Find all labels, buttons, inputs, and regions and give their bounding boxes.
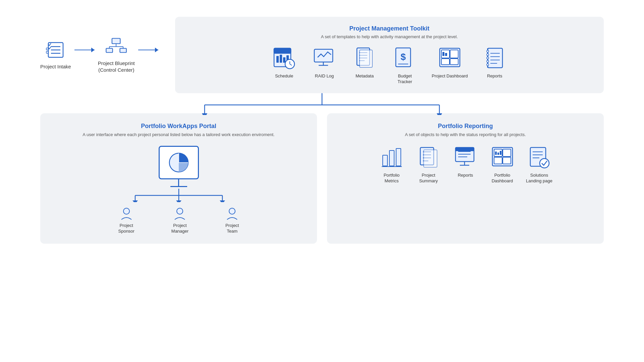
svg-rect-86 [455,147,474,151]
raid-log-icon-item: RAID Log [311,47,338,79]
svg-rect-91 [503,149,511,157]
reports-toolkit-label: Reports [487,73,502,79]
metadata-icon [353,47,376,70]
workapps-title: Portfolio WorkApps Portal [141,123,216,130]
connector-svg [121,93,523,115]
project-summary-icon-item: Project Summary [415,146,442,184]
raid-log-label: RAID Log [315,73,334,79]
project-team-icon [225,207,239,220]
flow-arrow-1 [74,46,95,54]
svg-marker-66 [132,200,138,202]
svg-rect-73 [389,150,394,166]
pie-chart-icon [167,151,191,174]
project-manager-label: ProjectManager [171,223,189,234]
svg-marker-57 [437,113,442,115]
svg-rect-8 [120,49,126,53]
svg-rect-16 [280,55,282,63]
project-dashboard-label: Project Dashboard [432,73,468,79]
reporting-icons: Portfolio Metrics Project Summary [378,146,553,184]
reports-toolkit-icon-item: Reports [481,47,508,79]
project-sponsor-label: ProjectSponsor [118,223,135,234]
svg-point-70 [177,208,183,214]
svg-rect-14 [274,48,291,53]
workapps-portal-box: Portfolio WorkApps Portal A user interfa… [40,113,317,244]
project-sponsor-icon [120,207,133,220]
svg-rect-81 [424,150,437,167]
project-intake-icon [46,40,66,60]
project-team-label: ProjectTeam [225,223,239,234]
svg-rect-41 [488,48,502,68]
project-sponsor-item: ProjectSponsor [118,207,135,234]
svg-rect-74 [396,148,401,166]
svg-rect-95 [497,153,499,155]
schedule-icon [272,47,296,70]
connector-row [20,93,624,113]
reports-toolkit-icon [483,47,506,70]
project-dashboard-icon [438,47,462,70]
portfolio-metrics-label: Portfolio Metrics [384,173,400,184]
svg-rect-40 [445,53,447,56]
svg-rect-92 [494,157,502,164]
svg-rect-96 [500,151,501,155]
svg-rect-93 [503,157,511,164]
budget-tracker-icon-item: $ Budget Tracker [391,47,418,85]
toolkit-title: Project Management Toolkit [350,25,430,32]
left-flow: Project Intake Project Blueprint (Contro… [40,37,162,73]
workapps-connectors [115,189,243,202]
svg-text:$: $ [400,52,406,62]
svg-rect-7 [106,49,112,53]
workapps-subtitle: A user interface where each project pers… [83,132,274,138]
svg-rect-15 [276,56,279,63]
project-blueprint-icon [105,37,128,57]
project-blueprint-item: Project Blueprint (Control Center) [98,37,135,73]
budget-tracker-label: Budget Tracker [397,73,412,85]
solutions-landing-icon-item: Solutions Landing page [526,146,553,184]
project-intake-item: Project Intake [40,40,71,70]
schedule-label: Schedule [275,73,293,79]
metadata-label: Metadata [356,73,374,79]
svg-point-43 [487,50,489,52]
toolkit-box: Project Management Toolkit A set of temp… [175,17,604,93]
svg-rect-94 [495,152,497,155]
svg-point-47 [487,64,489,66]
svg-point-69 [123,208,129,214]
toolkit-icons: Schedule RAID Log [271,47,508,85]
metadata-icon-item: Metadata [351,47,378,79]
reports-reporting-icon [454,146,477,169]
svg-rect-22 [314,49,333,62]
portfolio-dashboard-label: Portfolio Dashboard [492,173,513,184]
portfolio-metrics-icon [380,146,404,169]
svg-point-46 [487,60,489,62]
project-summary-icon [417,146,440,169]
solutions-landing-label: Solutions Landing page [526,173,552,184]
svg-point-101 [540,159,549,168]
project-blueprint-label: Project Blueprint (Control Center) [98,60,135,73]
monitor-base [170,186,187,187]
svg-rect-38 [450,59,458,65]
reports-reporting-icon-item: Reports [452,146,479,178]
svg-rect-39 [442,52,444,56]
svg-marker-56 [202,113,207,115]
svg-rect-17 [283,57,285,63]
raid-log-icon [313,47,336,70]
workapps-monitor [159,146,199,179]
workapps-diagram: ProjectSponsor ProjectManager [50,146,307,234]
portfolio-reporting-title: Portfolio Reporting [438,123,493,130]
budget-tracker-icon: $ [393,47,417,70]
svg-point-45 [487,57,489,59]
project-manager-item: ProjectManager [171,207,189,234]
toolkit-subtitle: A set of templates to help with activity… [321,34,458,39]
portfolio-metrics-icon-item: Portfolio Metrics [378,146,405,184]
portfolio-reporting-subtitle: A set of objects to help with the status… [405,132,526,138]
svg-rect-37 [441,59,449,65]
monitor-stand [178,179,179,186]
project-summary-label: Project Summary [419,173,438,184]
bottom-row: Portfolio WorkApps Portal A user interfa… [20,113,624,244]
diagram-container: Project Intake Project Blueprint (Contro… [20,17,624,345]
svg-rect-30 [360,50,372,67]
svg-rect-6 [112,39,120,44]
svg-point-44 [487,54,489,56]
svg-marker-67 [176,200,181,202]
project-team-item: ProjectTeam [225,207,239,234]
project-manager-icon [173,207,186,220]
